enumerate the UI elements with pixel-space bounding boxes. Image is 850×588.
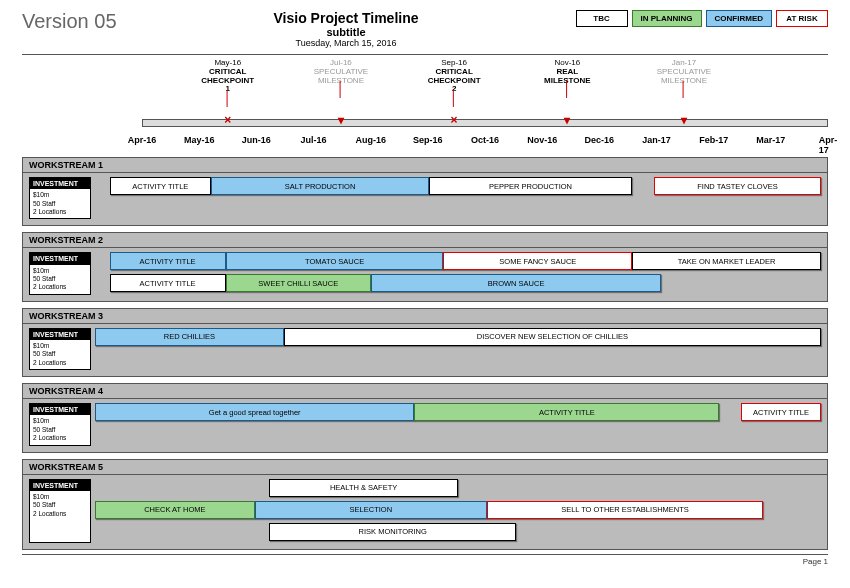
lane: RISK MONITORING (95, 523, 821, 543)
milestone: Jul-16SPECULATIVEMILESTONE│ (301, 59, 381, 94)
activity-bar: PEPPER PRODUCTION (429, 177, 632, 195)
lanes: RED CHILLIESDISCOVER NEW SELECTION OF CH… (95, 328, 821, 370)
activity-bar: SELL TO OTHER ESTABLISHMENTS (487, 501, 763, 519)
milestone-name: CRITICALCHECKPOINT (414, 68, 494, 86)
activity-bar: TOMATO SAUCE (226, 252, 444, 270)
axis-tick: Apr-16 (128, 135, 157, 145)
legend-confirmed: CONFIRMED (706, 10, 772, 27)
investment-box: INVESTMENT$10m50 Staff2 Locations (29, 479, 91, 543)
axis-tick: Dec-16 (585, 135, 615, 145)
workstream: WORKSTREAM 5INVESTMENT$10m50 Staff2 Loca… (22, 459, 828, 550)
investment-box: INVESTMENT$10m50 Staff2 Locations (29, 328, 91, 370)
investment-body: $10m50 Staff2 Locations (30, 491, 90, 520)
lanes: Get a good spread togetherACTIVITY TITLE… (95, 403, 821, 445)
activity-bar: RISK MONITORING (269, 523, 516, 541)
activity-bar: HEALTH & SAFETY (269, 479, 458, 497)
legend-atrisk: AT RISK (776, 10, 828, 27)
timeline-axis: Apr-16May-16Jun-16Jul-16Aug-16Sep-16Oct-… (142, 135, 828, 151)
axis-tick: Oct-16 (471, 135, 499, 145)
investment-box: INVESTMENT$10m50 Staff2 Locations (29, 252, 91, 294)
investment-body: $10m50 Staff2 Locations (30, 340, 90, 369)
legend-planning: IN PLANNING (632, 10, 702, 27)
milestone-arrow-icon: │ (188, 94, 268, 102)
axis-tick: Nov-16 (527, 135, 557, 145)
workstreams-container: WORKSTREAM 1INVESTMENT$10m50 Staff2 Loca… (22, 157, 828, 550)
workstream-title: WORKSTREAM 4 (22, 383, 828, 399)
workstream-title: WORKSTREAM 2 (22, 232, 828, 248)
legend-tbc: TBC (576, 10, 628, 27)
workstream-title: WORKSTREAM 5 (22, 459, 828, 475)
axis-tick: Jun-16 (242, 135, 271, 145)
axis-tick: Sep-16 (413, 135, 443, 145)
workstream: WORKSTREAM 4INVESTMENT$10m50 Staff2 Loca… (22, 383, 828, 452)
investment-head: INVESTMENT (30, 253, 90, 264)
workstream: WORKSTREAM 2INVESTMENT$10m50 Staff2 Loca… (22, 232, 828, 301)
workstream: WORKSTREAM 1INVESTMENT$10m50 Staff2 Loca… (22, 157, 828, 226)
lane: ACTIVITY TITLESALT PRODUCTIONPEPPER PROD… (95, 177, 821, 197)
activity-bar: Get a good spread together (95, 403, 414, 421)
activity-bar: DISCOVER NEW SELECTION OF CHILLIES (284, 328, 821, 346)
lane: ACTIVITY TITLESWEET CHILLI SAUCEBROWN SA… (95, 274, 821, 294)
milestone-marker-icon: ▾ (564, 113, 570, 127)
milestone-marker-icon: ▾ (681, 113, 687, 127)
activity-bar: RED CHILLIES (95, 328, 284, 346)
workstream-body: INVESTMENT$10m50 Staff2 LocationsACTIVIT… (22, 173, 828, 226)
milestone: May-16CRITICALCHECKPOINT1│ (188, 59, 268, 103)
timeline-milestones: May-16CRITICALCHECKPOINT1│×Jul-16SPECULA… (142, 59, 828, 133)
axis-tick: Jul-16 (300, 135, 326, 145)
milestone-marker-icon: × (451, 113, 458, 127)
investment-body: $10m50 Staff2 Locations (30, 415, 90, 444)
investment-head: INVESTMENT (30, 329, 90, 340)
lane: ACTIVITY TITLETOMATO SAUCESOME FANCY SAU… (95, 252, 821, 272)
workstream-body: INVESTMENT$10m50 Staff2 LocationsACTIVIT… (22, 248, 828, 301)
axis-tick: May-16 (184, 135, 215, 145)
milestone-marker-icon: × (224, 113, 231, 127)
investment-body: $10m50 Staff2 Locations (30, 265, 90, 294)
milestone-arrow-icon: │ (414, 94, 494, 102)
page-date: Tuesday, March 15, 2016 (117, 38, 576, 48)
workstream-body: INVESTMENT$10m50 Staff2 LocationsHEALTH … (22, 475, 828, 550)
activity-bar: BROWN SAUCE (371, 274, 661, 292)
activity-bar: TAKE ON MARKET LEADER (632, 252, 821, 270)
milestone-arrow-icon: │ (644, 85, 724, 93)
investment-head: INVESTMENT (30, 480, 90, 491)
investment-head: INVESTMENT (30, 178, 90, 189)
legend: TBC IN PLANNING CONFIRMED AT RISK (576, 10, 828, 27)
lane: RED CHILLIESDISCOVER NEW SELECTION OF CH… (95, 328, 821, 348)
activity-bar: ACTIVITY TITLE (110, 177, 212, 195)
lane: CHECK AT HOMESELECTIONSELL TO OTHER ESTA… (95, 501, 821, 521)
activity-bar: ACTIVITY TITLE (110, 252, 226, 270)
milestone-arrow-icon: │ (527, 85, 607, 93)
workstream-body: INVESTMENT$10m50 Staff2 LocationsRED CHI… (22, 324, 828, 377)
time-bar (142, 119, 828, 127)
investment-body: $10m50 Staff2 Locations (30, 189, 90, 218)
investment-head: INVESTMENT (30, 404, 90, 415)
milestone-marker-icon: ▾ (338, 113, 344, 127)
activity-bar: SELECTION (255, 501, 487, 519)
page-subtitle: subtitle (117, 26, 576, 38)
workstream-title: WORKSTREAM 3 (22, 308, 828, 324)
activity-bar: ACTIVITY TITLE (741, 403, 821, 421)
milestone: Nov-16REALMILESTONE│ (527, 59, 607, 94)
investment-box: INVESTMENT$10m50 Staff2 Locations (29, 403, 91, 445)
axis-tick: Apr-17 (819, 135, 838, 155)
activity-bar: SALT PRODUCTION (211, 177, 429, 195)
activity-bar: FIND TASTEY CLOVES (654, 177, 821, 195)
axis-tick: Feb-17 (699, 135, 728, 145)
axis-tick: Mar-17 (756, 135, 785, 145)
milestone-name: CRITICALCHECKPOINT (188, 68, 268, 86)
page-footer: Page 1 (22, 554, 828, 568)
activity-bar: ACTIVITY TITLE (110, 274, 226, 292)
activity-bar: SOME FANCY SAUCE (443, 252, 632, 270)
title-block: Visio Project Timeline subtitle Tuesday,… (117, 10, 576, 48)
activity-bar: ACTIVITY TITLE (414, 403, 719, 421)
lanes: ACTIVITY TITLESALT PRODUCTIONPEPPER PROD… (95, 177, 821, 219)
lane: Get a good spread togetherACTIVITY TITLE… (95, 403, 821, 423)
milestone-arrow-icon: │ (301, 85, 381, 93)
milestone: Sep-16CRITICALCHECKPOINT2│ (414, 59, 494, 103)
workstream-title: WORKSTREAM 1 (22, 157, 828, 173)
workstream-body: INVESTMENT$10m50 Staff2 LocationsGet a g… (22, 399, 828, 452)
lane: HEALTH & SAFETY (95, 479, 821, 499)
header: Version 05 Visio Project Timeline subtit… (22, 10, 828, 55)
axis-tick: Aug-16 (355, 135, 386, 145)
